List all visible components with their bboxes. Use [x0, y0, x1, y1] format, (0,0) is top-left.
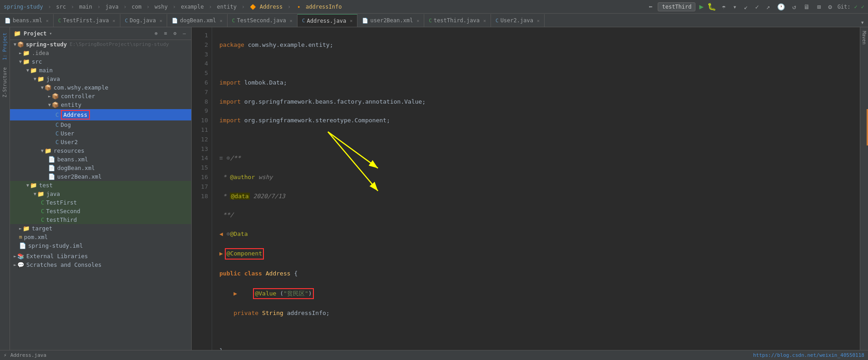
- run-config-selector[interactable]: testThird: [658, 2, 695, 11]
- tree-testsecond[interactable]: C TestSecond: [10, 207, 191, 215]
- sidebar-header: 📁 Project ▾ ⊕ ≡ ⚙ —: [10, 27, 191, 40]
- undo-icon[interactable]: ↺: [790, 2, 798, 11]
- tab-close-testthird[interactable]: ✕: [483, 18, 486, 23]
- coverage-icon[interactable]: ☂: [720, 2, 727, 11]
- tab-list-icon[interactable]: ▾: [859, 18, 866, 27]
- tab-testfirst-java[interactable]: C TestFirst.java ✕: [54, 14, 120, 27]
- tab-close-address[interactable]: ✕: [350, 18, 352, 23]
- breadcrumb-address[interactable]: Address: [260, 4, 283, 10]
- tab-close-user2bean[interactable]: ✕: [417, 18, 419, 23]
- dogbean-icon: 📄: [172, 18, 178, 24]
- vtab-structure[interactable]: Z-Structure: [1, 64, 8, 101]
- tree-test[interactable]: ▼ 📁 test: [10, 181, 191, 190]
- tab-user2bean-xml[interactable]: 📄 user2Bean.xml ✕: [357, 14, 424, 27]
- beans-file-icon: 📄: [48, 156, 55, 163]
- layout-icon[interactable]: ⊞: [815, 2, 823, 11]
- dog-icon: C: [125, 18, 128, 24]
- tree-beans-xml[interactable]: 📄 beans.xml: [10, 155, 191, 164]
- tree-user[interactable]: C User: [10, 129, 191, 138]
- git-update-icon[interactable]: ↙: [742, 2, 749, 11]
- tree-address[interactable]: C Address: [10, 109, 191, 120]
- controller-icon: 📦: [52, 93, 59, 100]
- git-commit-icon[interactable]: ✓: [753, 2, 760, 11]
- tab-close-dog[interactable]: ✕: [159, 18, 162, 23]
- tree-target[interactable]: ► 📁 target: [10, 224, 191, 233]
- tree-dogbean-xml[interactable]: 📄 dogBean.xml: [10, 164, 191, 172]
- user-class-icon: C: [55, 130, 59, 137]
- breadcrumb-main[interactable]: main: [79, 4, 92, 10]
- url-link[interactable]: https://blog.csdn.net/weixin_40550118: [753, 352, 864, 358]
- status-bar: ⚡ Address.java https://blog.csdn.net/wei…: [0, 350, 868, 360]
- debug-icon[interactable]: 🐛: [707, 2, 716, 11]
- tab-address-java[interactable]: C Address.java ✕: [298, 14, 357, 27]
- breadcrumb-java[interactable]: java: [105, 4, 119, 10]
- test-icon: 📁: [30, 182, 37, 189]
- settings-icon[interactable]: ⚙: [826, 2, 833, 11]
- tree-testthird[interactable]: C testThird: [10, 215, 191, 224]
- tree-java-test[interactable]: ▼ 📁 java: [10, 190, 191, 198]
- run-icon[interactable]: ▶: [699, 2, 704, 11]
- sidebar-dropdown-icon[interactable]: ▾: [50, 31, 52, 36]
- address-icon: C: [302, 18, 305, 24]
- tree-resources[interactable]: ▼ 📁 resources: [10, 146, 191, 155]
- tree-external-libs[interactable]: ► 📚 External Libraries: [10, 252, 191, 260]
- breadcrumb-example[interactable]: example: [181, 4, 204, 10]
- tab-close-testfirst[interactable]: ✕: [113, 18, 115, 23]
- expand-arrow-entity: ▼: [48, 102, 51, 107]
- breadcrumb-addressinfo[interactable]: addressInfo: [306, 4, 342, 10]
- tree-main[interactable]: ▼ 📁 main: [10, 66, 191, 75]
- tree-controller[interactable]: ► 📦 controller: [10, 92, 191, 100]
- tree-iml[interactable]: 📄 spring-study.iml: [10, 241, 191, 250]
- vtab-project[interactable]: 1: Project: [1, 29, 8, 64]
- tab-close-beans[interactable]: ✕: [46, 18, 49, 23]
- tree-scratches[interactable]: ► 💬 Scratches and Consoles: [10, 260, 191, 269]
- git-history-icon[interactable]: 🕐: [775, 2, 787, 11]
- git-push-icon[interactable]: ↗: [764, 2, 772, 11]
- sidebar-hide-icon[interactable]: —: [181, 30, 188, 37]
- project-folder-icon: 📁: [14, 30, 21, 37]
- idea-icon: 📁: [23, 50, 30, 56]
- tab-dogbean-xml[interactable]: 📄 dogBean.xml ✕: [167, 14, 228, 27]
- sidebar-locate-icon[interactable]: ⊕: [153, 30, 160, 37]
- testsecond-class-icon: C: [41, 208, 45, 215]
- tree-user2bean-xml[interactable]: 📄 user2Bean.xml: [10, 172, 191, 181]
- tab-testsecond-java[interactable]: C TestSecond.java ✕: [228, 14, 298, 27]
- java-test-icon: 📁: [37, 190, 45, 197]
- tab-beans-xml[interactable]: 📄 beans.xml ✕: [0, 14, 54, 27]
- expand-arrow-scratches: ►: [14, 262, 16, 267]
- tab-close-dogbean[interactable]: ✕: [220, 18, 223, 23]
- breadcrumb-spring-study[interactable]: spring-study: [4, 4, 43, 10]
- sidebar-collapse-icon[interactable]: ≡: [162, 30, 169, 37]
- back-icon[interactable]: ⬅: [647, 2, 654, 11]
- more-run-icon[interactable]: ▾: [731, 2, 739, 11]
- testfirst-class-icon: C: [41, 199, 45, 206]
- breadcrumb-src[interactable]: src: [56, 4, 66, 10]
- expand-arrow-java-main: ▼: [34, 76, 36, 81]
- tree-spring-study[interactable]: ▼ 📦 spring-study E:\SpringBootProject\sp…: [10, 40, 191, 49]
- tab-user2-java[interactable]: C User2.java ✕: [491, 14, 545, 27]
- terminal-icon[interactable]: 🖥: [802, 2, 812, 11]
- right-panel: Maven: [860, 27, 868, 360]
- tree-idea[interactable]: ► 📁 .idea: [10, 49, 191, 57]
- maven-tab[interactable]: Maven: [861, 29, 868, 46]
- breadcrumb-com[interactable]: com: [132, 4, 142, 10]
- breadcrumb-wshy[interactable]: wshy: [154, 4, 168, 10]
- scratches-icon: 💬: [17, 261, 25, 268]
- tree-dog[interactable]: C Dog: [10, 120, 191, 129]
- tree-pom-xml[interactable]: m pom.xml: [10, 233, 191, 241]
- tree-package[interactable]: ▼ 📦 com.wshy.example: [10, 83, 191, 92]
- tab-close-testsecond[interactable]: ✕: [290, 18, 293, 23]
- tree-user2[interactable]: C User2: [10, 138, 191, 146]
- tab-dog-java[interactable]: C Dog.java ✕: [120, 14, 167, 27]
- tree-src[interactable]: ▼ 📁 src: [10, 57, 191, 66]
- code-editor[interactable]: 1 2 3 4 5 6 7 8 9 10 11 12 13 14 15 16 1…: [192, 27, 860, 360]
- breadcrumb: spring-study › src › main › java › com ›…: [4, 3, 342, 10]
- tab-close-user2[interactable]: ✕: [537, 18, 540, 23]
- tree-entity[interactable]: ▼ 📦 entity: [10, 100, 191, 109]
- breadcrumb-entity[interactable]: entity: [217, 4, 237, 10]
- tab-testthird-java[interactable]: C testThird.java ✕: [424, 14, 491, 27]
- tree-java-main[interactable]: ▼ 📁 java: [10, 75, 191, 83]
- main-area: 1: Project Z-Structure 📁 Project ▾ ⊕ ≡ ⚙…: [0, 27, 868, 360]
- tree-testfirst[interactable]: C TestFirst: [10, 198, 191, 207]
- sidebar-settings-icon[interactable]: ⚙: [172, 30, 179, 37]
